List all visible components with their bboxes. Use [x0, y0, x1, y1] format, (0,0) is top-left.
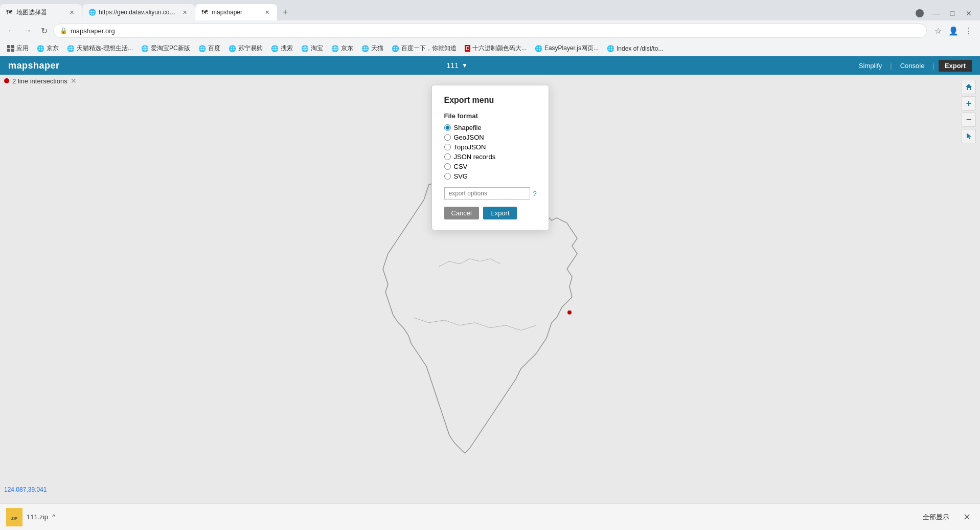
export-confirm-button[interactable]: Export [483, 207, 517, 219]
tab3-title: mapshaper [212, 9, 260, 16]
bookmark-baidu[interactable]: 🌐 百度 [195, 43, 223, 54]
format-geojson[interactable]: GeoJSON [444, 134, 536, 141]
close-window-button[interactable]: ✕ [962, 6, 976, 20]
bookmark-baidu2[interactable]: 🌐 百度一下，你就知道 [389, 43, 460, 54]
format-csv[interactable]: CSV [444, 163, 536, 170]
bookmark-tmall[interactable]: 🌐 天猫精选-理想生活... [64, 43, 136, 54]
export-help-icon[interactable]: ? [533, 190, 537, 197]
bookmark-jd1-favicon: 🌐 [37, 45, 44, 52]
modal-overlay: Export menu File format Shapefile GeoJSO… [0, 75, 980, 509]
bookmark-baidu2-favicon: 🌐 [392, 45, 399, 52]
reload-button[interactable]: ↻ [37, 24, 51, 38]
topojson-label: TopoJSON [454, 143, 486, 151]
bookmark-easyplayer[interactable]: 🌐 EasyPlayer.js网页... [532, 43, 602, 54]
bookmark-index-favicon: 🌐 [607, 45, 614, 52]
browser-tab-3[interactable]: 🗺 mapshaper ✕ [195, 4, 277, 20]
cancel-button[interactable]: Cancel [444, 207, 479, 219]
export-options-input[interactable] [444, 187, 530, 200]
layer-control[interactable]: 111 ▼ [447, 61, 468, 70]
bookmarks-bar: 应用 🌐 京东 🌐 天猫精选-理想生活... 🌐 爱淘宝PC新版 🌐 百度 🌐 … [0, 41, 980, 56]
tab3-close-button[interactable]: ✕ [263, 8, 271, 16]
format-svg[interactable]: SVG [444, 172, 536, 180]
bookmark-jd2[interactable]: 🌐 京东 [328, 43, 356, 54]
csv-radio[interactable] [444, 163, 451, 170]
bookmark-taobao[interactable]: 🌐 淘宝 [298, 43, 326, 54]
file-format-label: File format [444, 112, 536, 120]
browser-chrome: 🗺 地图选择器 ✕ 🌐 https://geo.datav.aliyun.com… [0, 0, 980, 56]
forward-button[interactable]: → [20, 24, 35, 38]
profile-icon[interactable] [913, 6, 927, 20]
svg-radio[interactable] [444, 173, 451, 180]
console-button[interactable]: Console [896, 60, 929, 72]
coordinates-text: 124.087,39.041 [4, 486, 47, 493]
bookmark-suning[interactable]: 🌐 苏宁易购 [225, 43, 266, 54]
bookmark-jd1[interactable]: 🌐 京东 [34, 43, 62, 54]
bookmark-star-icon[interactable]: ☆ [931, 24, 945, 38]
more-options-icon[interactable]: ⋮ [962, 24, 976, 38]
svg-text:ZIP: ZIP [11, 516, 17, 521]
svg-point-0 [916, 9, 924, 17]
format-json-records[interactable]: JSON records [444, 153, 536, 161]
json-records-radio[interactable] [444, 153, 451, 160]
download-filename: 111.zip [27, 513, 48, 521]
json-records-label: JSON records [454, 153, 496, 161]
simplify-button[interactable]: Simplify [855, 60, 886, 72]
bookmark-jd2-label: 京东 [341, 44, 353, 53]
bookmark-apps[interactable]: 应用 [4, 43, 32, 54]
modal-buttons: Cancel Export [444, 207, 536, 219]
new-tab-button[interactable]: + [277, 4, 293, 20]
bookmark-index[interactable]: 🌐 Index of /dist/to... [604, 44, 666, 53]
bookmark-tmall2[interactable]: 🌐 天猫 [358, 43, 386, 54]
bookmark-taobao-pc-label: 爱淘宝PC新版 [151, 44, 190, 53]
format-radio-group: Shapefile GeoJSON TopoJSON JSON records [444, 124, 536, 180]
app-area: mapshaper 111 ▼ Simplify | Console | Exp… [0, 56, 980, 530]
csv-label: CSV [454, 163, 468, 170]
browser-tab-1[interactable]: 🗺 地图选择器 ✕ [0, 4, 82, 20]
tab2-close-button[interactable]: ✕ [180, 8, 189, 16]
shapefile-radio[interactable] [444, 124, 451, 131]
layer-dropdown-icon: ▼ [462, 62, 468, 69]
bookmark-search[interactable]: 🌐 搜索 [268, 43, 296, 54]
browser-tab-2[interactable]: 🌐 https://geo.datav.aliyun.com/... ✕ [82, 4, 195, 20]
format-shapefile[interactable]: Shapefile [444, 124, 536, 131]
coordinates-display: 124.087,39.041 [4, 486, 47, 493]
shapefile-label: Shapefile [454, 124, 482, 131]
bookmark-taobao-pc[interactable]: 🌐 爱淘宝PC新版 [138, 43, 193, 54]
address-box[interactable]: 🔒 mapshaper.org [53, 24, 927, 38]
back-button[interactable]: ← [4, 24, 18, 38]
user-account-icon[interactable]: 👤 [946, 24, 961, 38]
bookmark-suning-label: 苏宁易购 [238, 44, 263, 53]
browser-toolbar-icons: ☆ 👤 ⋮ [931, 24, 976, 38]
tab1-favicon: 🗺 [6, 9, 13, 16]
format-topojson[interactable]: TopoJSON [444, 143, 536, 151]
export-modal-title: Export menu [444, 96, 536, 105]
bookmark-search-favicon: 🌐 [271, 45, 279, 52]
tab1-title: 地图选择器 [16, 8, 64, 17]
minimize-button[interactable]: — [929, 6, 943, 20]
geojson-radio[interactable] [444, 134, 451, 141]
bookmark-hex[interactable]: C 十六进制颜色码大... [462, 43, 530, 54]
svg-label: SVG [454, 172, 468, 180]
bookmark-baidu2-label: 百度一下，你就知道 [401, 44, 457, 53]
bookmark-baidu-favicon: 🌐 [198, 45, 206, 52]
options-row: ? [444, 187, 536, 200]
bookmark-taobao-favicon: 🌐 [301, 45, 309, 52]
download-expand-button[interactable]: ^ [52, 513, 56, 521]
bookmark-jd2-favicon: 🌐 [331, 45, 339, 52]
topojson-radio[interactable] [444, 144, 451, 150]
close-download-bar-button[interactable]: ✕ [960, 510, 974, 524]
zip-icon-svg: ZIP [9, 511, 19, 524]
mapshaper-header: mapshaper 111 ▼ Simplify | Console | Exp… [0, 56, 980, 75]
mapshaper-logo: mapshaper [8, 60, 60, 71]
tab3-favicon: 🗺 [201, 9, 209, 16]
show-all-downloads-button[interactable]: 全部显示 [919, 511, 953, 524]
apps-grid-icon [7, 45, 14, 52]
map-canvas: 2 line intersections ✕ + [0, 75, 980, 509]
maximize-button[interactable]: □ [945, 6, 960, 20]
lock-icon: 🔒 [60, 27, 67, 34]
bookmark-tmall2-label: 天猫 [371, 44, 383, 53]
tab1-close-button[interactable]: ✕ [67, 8, 76, 16]
bookmark-easyplayer-favicon: 🌐 [535, 45, 542, 52]
export-button[interactable]: Export [939, 60, 972, 72]
download-bar: ZIP 111.zip ^ 全部显示 ✕ [0, 503, 980, 530]
